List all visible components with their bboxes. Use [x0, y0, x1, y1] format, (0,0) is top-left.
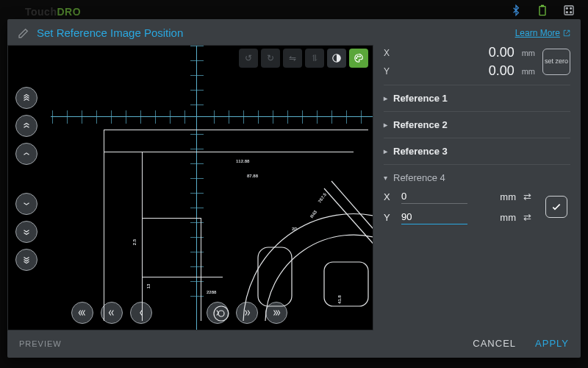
readout-y-label: Y	[384, 66, 394, 77]
dice-icon	[563, 4, 575, 16]
nudge-down-button[interactable]	[15, 193, 37, 215]
svg-line-15	[324, 188, 373, 255]
apply-button[interactable]: APPLY	[535, 338, 569, 349]
reference-image-drawing: 112.88 87.88 2.5 13 2288 41.8 2D 767.5 R…	[104, 130, 373, 330]
reference-position-dialog: Set Reference Image Position Learn More …	[7, 19, 581, 358]
ref4-y-label: Y	[384, 212, 394, 223]
readout-y-unit: mm	[522, 67, 535, 76]
swap-icon[interactable]: ⇄	[523, 212, 538, 223]
nudge-down-fast2-button[interactable]	[15, 221, 37, 243]
nudge-down-fast3-button[interactable]	[15, 249, 37, 271]
flip-horizontal-button[interactable]: ⇋	[283, 49, 302, 68]
svg-rect-2	[564, 6, 573, 15]
svg-point-5	[566, 12, 567, 13]
reference-2-row[interactable]: ▸Reference 2	[384, 111, 570, 138]
ruler-ticks-h	[52, 110, 373, 125]
ref4-x-input[interactable]	[401, 189, 467, 204]
rotate-ccw-button[interactable]: ↺	[239, 49, 258, 68]
nudge-left-fast3-button[interactable]	[71, 302, 93, 324]
ref4-y-unit: mm	[500, 212, 516, 223]
rotate-cw-button[interactable]: ↻	[261, 49, 280, 68]
readout-y-value: 0.00	[401, 63, 514, 79]
nudge-up-fast2-button[interactable]	[15, 115, 37, 137]
ref4-x-unit: mm	[500, 191, 516, 202]
readout-x-value: 0.00	[401, 45, 514, 60]
chevron-right-icon: ▸	[384, 121, 387, 129]
reference-4-row[interactable]: ▾Reference 4 X mm ⇄ Y mm ⇄	[384, 164, 570, 232]
readout-x-unit: mm	[522, 49, 535, 57]
ref4-x-label: X	[384, 191, 394, 202]
cancel-button[interactable]: CANCEL	[473, 338, 516, 349]
preview-canvas[interactable]: ↺ ↻ ⇋ ⥮	[7, 45, 373, 330]
svg-rect-0	[539, 7, 545, 15]
swap-icon[interactable]: ⇄	[523, 191, 538, 202]
svg-point-6	[570, 12, 572, 13]
svg-point-14	[218, 311, 224, 316]
palette-button[interactable]	[349, 49, 368, 68]
app-logo: TouchDRO	[25, 6, 81, 18]
nudge-up-fast3-button[interactable]	[15, 87, 37, 109]
set-zero-button[interactable]: set zero	[542, 49, 570, 75]
readout-x-label: X	[384, 48, 394, 58]
reference-1-row[interactable]: ▸Reference 1	[384, 85, 570, 111]
svg-point-4	[570, 7, 572, 9]
svg-point-8	[356, 57, 357, 58]
learn-more-link[interactable]: Learn More	[515, 28, 570, 38]
ref4-confirm-button[interactable]	[545, 196, 567, 218]
battery-icon	[537, 4, 548, 16]
chevron-right-icon: ▸	[384, 147, 387, 155]
reference-3-row[interactable]: ▸Reference 3	[384, 138, 570, 164]
nudge-up-button[interactable]	[15, 143, 37, 165]
svg-point-3	[566, 7, 567, 9]
svg-rect-1	[542, 5, 544, 6]
dialog-title: Set Reference Image Position	[37, 26, 183, 39]
flip-vertical-button[interactable]: ⥮	[305, 49, 324, 68]
chevron-down-icon: ▾	[384, 174, 387, 182]
ref4-y-input[interactable]	[401, 210, 467, 224]
edit-icon	[18, 27, 29, 39]
bluetooth-icon	[510, 4, 522, 16]
preview-label: PREVIEW	[19, 339, 62, 348]
chevron-right-icon: ▸	[384, 94, 387, 102]
svg-point-13	[214, 306, 229, 321]
svg-rect-11	[258, 247, 292, 306]
svg-line-16	[331, 181, 373, 240]
svg-point-10	[359, 56, 360, 57]
svg-rect-12	[324, 262, 368, 306]
svg-point-9	[357, 56, 358, 57]
contrast-button[interactable]	[327, 49, 346, 68]
